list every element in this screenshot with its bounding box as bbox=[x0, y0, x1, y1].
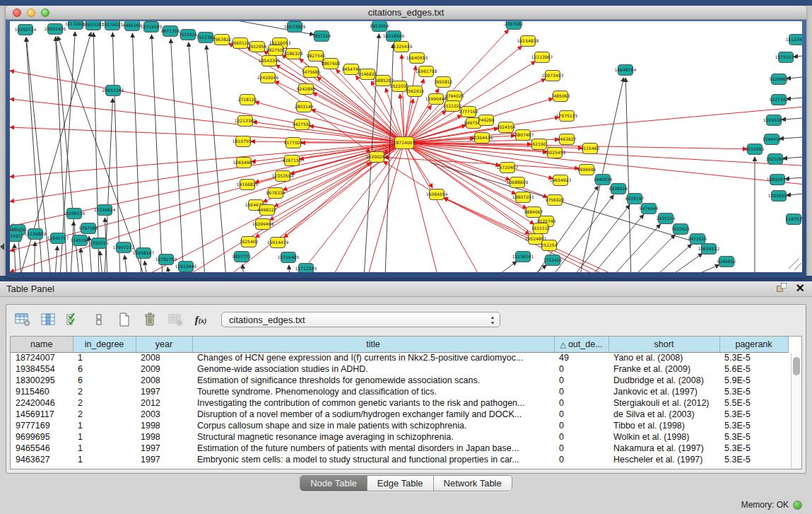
table-cell[interactable]: Investigating the contribution of common… bbox=[192, 397, 554, 409]
table-cell[interactable]: 18300295 bbox=[11, 375, 73, 386]
network-node[interactable]: 1440934 bbox=[594, 175, 613, 185]
network-node[interactable]: 12353594 bbox=[272, 171, 294, 182]
table-cell[interactable]: 5.3E-5 bbox=[719, 443, 788, 454]
network-node[interactable]: 20206576 bbox=[64, 209, 86, 219]
network-node[interactable]: 8215955 bbox=[746, 144, 765, 155]
network-hub-node[interactable]: 18724007 bbox=[394, 137, 416, 149]
table-row[interactable]: 977716911998Corpus callosum shape and si… bbox=[11, 420, 788, 431]
network-node[interactable]: 11123456 bbox=[786, 35, 802, 45]
network-node[interactable]: 9427552 bbox=[293, 119, 312, 130]
table-row[interactable]: 1830029562008Estimation of significance … bbox=[11, 375, 788, 386]
network-node[interactable]: 118753 bbox=[786, 214, 802, 225]
table-cell[interactable]: 9465546 bbox=[11, 443, 73, 454]
table-cell[interactable]: 0 bbox=[554, 386, 608, 397]
function-builder-icon[interactable]: f(x) bbox=[192, 310, 210, 329]
network-node[interactable]: 9699695 bbox=[577, 165, 596, 175]
network-node[interactable]: 11712345 bbox=[295, 264, 317, 273]
table-cell[interactable]: 49 bbox=[554, 352, 608, 363]
table-cell[interactable]: Disruption of a novel member of a sodium… bbox=[192, 409, 554, 420]
network-graph[interactable]: 1935572420691406161329201065328715276021… bbox=[10, 21, 802, 272]
column-header-title[interactable]: title bbox=[192, 337, 554, 352]
network-node[interactable]: 17016504 bbox=[768, 191, 790, 201]
network-node[interactable]: 1733426 bbox=[543, 255, 563, 266]
table-cell[interactable]: 5.6E-5 bbox=[719, 363, 788, 375]
table-cell[interactable]: 5.9E-5 bbox=[719, 375, 788, 386]
network-node[interactable]: 16782759 bbox=[155, 255, 177, 265]
table-cell[interactable]: 0 bbox=[554, 397, 608, 409]
table-cell[interactable]: 2009 bbox=[136, 363, 192, 375]
network-node[interactable]: 9177005 bbox=[284, 138, 303, 148]
network-node[interactable]: 12213369 bbox=[235, 116, 257, 127]
table-cell[interactable]: Changes of HCN gene expression and I(f) … bbox=[192, 352, 554, 363]
network-node[interactable]: 9777169 bbox=[459, 107, 478, 117]
network-node[interactable]: 9857771 bbox=[233, 252, 252, 262]
network-node[interactable]: 15751074 bbox=[775, 52, 797, 63]
table-cell[interactable]: 14569117 bbox=[11, 409, 73, 420]
table-cell[interactable]: 1997 bbox=[136, 386, 192, 397]
network-node[interactable]: 19892971 bbox=[767, 175, 789, 185]
table-cell[interactable]: 2 bbox=[73, 397, 136, 409]
network-node[interactable]: 9756928 bbox=[546, 195, 565, 206]
network-node[interactable]: 1562615 bbox=[406, 86, 425, 97]
column-header-in_degree[interactable]: in_degree bbox=[73, 337, 136, 352]
network-node[interactable]: 12093387 bbox=[763, 115, 785, 126]
network-node[interactable]: 9227343 bbox=[770, 95, 789, 105]
table-row[interactable]: 1456911722003Disruption of a novel membe… bbox=[11, 409, 788, 420]
table-cell[interactable]: 2008 bbox=[136, 375, 192, 386]
network-canvas[interactable]: 1935572420691406161329201065328715276021… bbox=[10, 21, 802, 272]
table-row[interactable]: 1872400712008Changes of HCN gene express… bbox=[11, 352, 788, 363]
network-node[interactable]: 7625402 bbox=[240, 237, 259, 247]
network-node[interactable]: 746266 bbox=[478, 115, 495, 126]
network-node[interactable]: 2935114 bbox=[657, 214, 676, 224]
network-node[interactable]: 9498222 bbox=[258, 205, 277, 216]
network-node[interactable]: 16033809 bbox=[284, 22, 306, 33]
delete-column-icon[interactable] bbox=[141, 310, 159, 329]
network-node[interactable]: 8186328 bbox=[284, 49, 303, 59]
table-selector-dropdown[interactable]: citations_edges.txt ▲ ▼ bbox=[221, 312, 500, 327]
network-node[interactable]: 15716485 bbox=[278, 252, 300, 263]
table-cell[interactable]: Estimation of significance thresholds fo… bbox=[192, 375, 554, 386]
network-node[interactable]: 20053346 bbox=[102, 86, 124, 96]
network-node[interactable]: 15276021 bbox=[102, 21, 124, 30]
memory-status-indicator[interactable] bbox=[793, 501, 802, 510]
table-cell[interactable]: 5.3E-5 bbox=[719, 420, 788, 431]
table-cell[interactable]: 1998 bbox=[136, 431, 192, 443]
network-node[interactable]: 1145194 bbox=[71, 235, 90, 246]
table-cell[interactable]: 6 bbox=[73, 363, 136, 375]
table-cell[interactable]: Estimation of the future numbers of pati… bbox=[192, 443, 554, 454]
network-node[interactable]: 5660124 bbox=[231, 38, 250, 49]
network-node[interactable]: 8813054 bbox=[370, 21, 389, 32]
table-cell[interactable]: 1998 bbox=[136, 420, 192, 431]
table-cell[interactable]: 1 bbox=[73, 431, 136, 443]
table-cell[interactable]: 0 bbox=[554, 375, 608, 386]
network-node[interactable]: 8938924 bbox=[609, 184, 628, 194]
network-node[interactable]: 1244419 bbox=[763, 134, 782, 145]
network-node[interactable]: 17957272 bbox=[113, 243, 135, 253]
network-node[interactable]: 7485063 bbox=[551, 91, 570, 102]
table-cell[interactable]: 9699695 bbox=[11, 431, 73, 443]
panel-collapse-arrow[interactable] bbox=[0, 243, 4, 250]
network-node[interactable]: 19654923 bbox=[550, 175, 572, 186]
table-cell[interactable]: 5.3E-5 bbox=[719, 409, 788, 420]
network-node[interactable]: 17359924 bbox=[94, 205, 116, 216]
network-node[interactable]: 8267150 bbox=[283, 156, 302, 166]
network-node[interactable]: 11325419 bbox=[391, 42, 413, 52]
scrollbar-thumb[interactable] bbox=[793, 357, 800, 375]
network-node[interactable]: 252254 bbox=[541, 240, 558, 251]
table-cell[interactable]: 9463627 bbox=[11, 454, 73, 465]
table-cell[interactable]: 2003 bbox=[136, 409, 192, 420]
table-cell[interactable]: 0 bbox=[554, 443, 608, 454]
table-cell[interactable]: Tourette syndrome. Phenomenology and cla… bbox=[192, 386, 554, 397]
table-cell[interactable]: 18724007 bbox=[11, 352, 73, 363]
float-window-icon[interactable] bbox=[777, 283, 787, 293]
network-node[interactable]: 7963822 bbox=[213, 35, 232, 45]
network-node[interactable]: 3915911 bbox=[10, 231, 24, 242]
network-node[interactable]: 10654112 bbox=[698, 244, 720, 255]
table-row[interactable]: 2242004622012Investigating the contribut… bbox=[11, 397, 788, 409]
network-node[interactable]: 19218566 bbox=[383, 31, 405, 42]
network-node[interactable]: 9797588 bbox=[79, 223, 98, 234]
network-node[interactable]: 8671358 bbox=[161, 26, 180, 37]
table-cell[interactable]: 1 bbox=[73, 352, 136, 363]
network-node[interactable]: 62160 bbox=[532, 139, 547, 150]
network-node[interactable]: 7515526 bbox=[179, 30, 198, 40]
